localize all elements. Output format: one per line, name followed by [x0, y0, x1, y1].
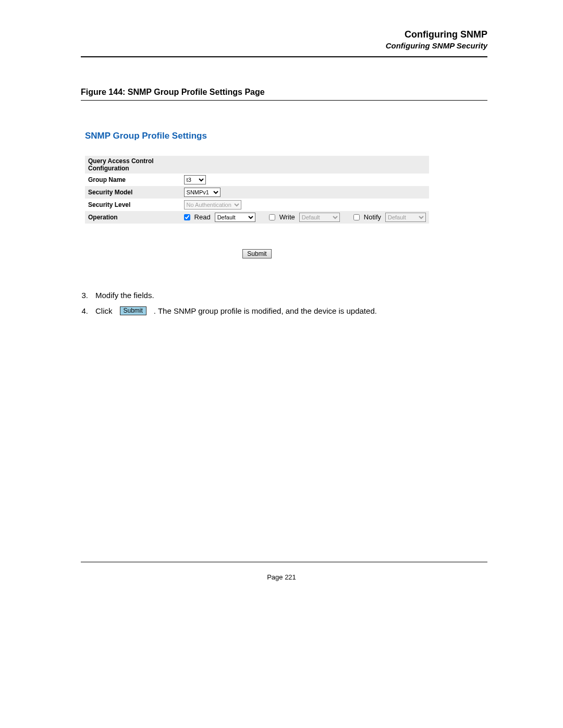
- running-header: Configuring SNMP Configuring SNMP Securi…: [81, 29, 487, 51]
- document-page: Configuring SNMP Configuring SNMP Securi…: [0, 0, 563, 728]
- inline-submit-button[interactable]: Submit: [120, 306, 146, 315]
- read-label: Read: [194, 213, 211, 221]
- group-name-label: Group Name: [85, 174, 181, 186]
- step-4-post: . The SNMP group profile is modified, an…: [154, 303, 377, 319]
- submit-button[interactable]: Submit: [242, 249, 271, 258]
- submit-row: Submit: [85, 249, 429, 258]
- notify-select[interactable]: Default: [385, 213, 426, 222]
- security-model-label: Security Model: [85, 186, 181, 199]
- figure-rule: [81, 100, 487, 101]
- row-security-level: Security Level No Authentication: [85, 199, 429, 211]
- notify-checkbox[interactable]: [353, 214, 360, 220]
- row-security-model: Security Model SNMPv1: [85, 186, 429, 199]
- row-operation: Operation Read Default Write Default: [85, 211, 429, 224]
- row-query-header: Query Access Control Configuration: [85, 156, 429, 174]
- security-model-select[interactable]: SNMPv1: [184, 188, 221, 197]
- row-group-name: Group Name t3: [85, 174, 429, 186]
- query-header-label: Query Access Control Configuration: [85, 156, 181, 174]
- page-number: Page 221: [0, 573, 563, 581]
- header-subtitle: Configuring SNMP Security: [81, 41, 487, 51]
- settings-table: Query Access Control Configuration Group…: [85, 156, 429, 224]
- figure-caption: Figure 144: SNMP Group Profile Settings …: [81, 88, 487, 97]
- step-4-number: 4.: [81, 303, 88, 319]
- instruction-steps: 3. Modify the fields. 4. Click Submit . …: [81, 288, 487, 319]
- step-3-text: Modify the fields.: [95, 288, 154, 303]
- group-name-select[interactable]: t3: [184, 175, 206, 184]
- step-4: 4. Click Submit . The SNMP group profile…: [81, 303, 487, 319]
- step-3: 3. Modify the fields.: [81, 288, 487, 303]
- read-select[interactable]: Default: [215, 213, 255, 222]
- security-level-label: Security Level: [85, 199, 181, 211]
- operation-label: Operation: [85, 211, 181, 224]
- notify-label: Notify: [364, 213, 381, 221]
- write-label: Write: [279, 213, 295, 221]
- panel-title: SNMP Group Profile Settings: [81, 131, 487, 141]
- header-rule: [81, 56, 487, 57]
- read-checkbox[interactable]: [184, 214, 190, 220]
- header-title: Configuring SNMP: [81, 29, 487, 41]
- operation-controls: Read Default Write Default Notify Defaul…: [184, 213, 426, 222]
- step-4-pre: Click: [95, 303, 113, 319]
- footer-rule: [81, 562, 487, 562]
- security-level-select[interactable]: No Authentication: [184, 200, 241, 209]
- step-3-number: 3.: [81, 288, 88, 303]
- write-select[interactable]: Default: [299, 213, 340, 222]
- write-checkbox[interactable]: [269, 214, 275, 220]
